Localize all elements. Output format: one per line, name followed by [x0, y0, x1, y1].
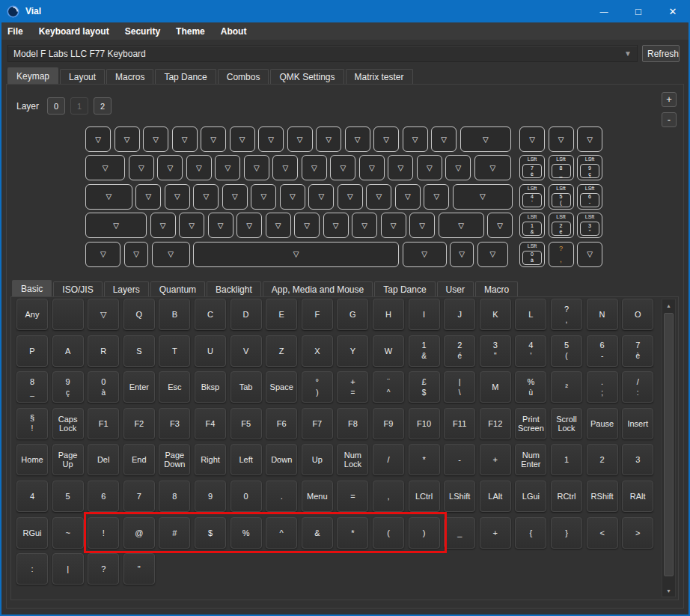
layer-button-2[interactable]: 2 — [94, 97, 112, 115]
zoom-out-button[interactable]: - — [662, 112, 677, 127]
picker-tab-user[interactable]: User — [437, 281, 474, 297]
menu-item-about[interactable]: About — [221, 26, 247, 37]
close-button[interactable]: ✕ — [656, 0, 690, 22]
menu-item-security[interactable]: Security — [125, 26, 160, 37]
window-controls: —□✕ — [587, 0, 690, 22]
scrollbar-up-button[interactable]: ▲ — [662, 299, 675, 311]
layer-button-1: 1 — [70, 97, 88, 115]
window-title: Vial — [25, 6, 41, 16]
tab-combos[interactable]: Combos — [218, 69, 269, 85]
title-bar: Vial —□✕ — [0, 0, 690, 22]
tab-layout[interactable]: Layout — [60, 69, 105, 85]
vial-logo-icon — [7, 5, 19, 18]
highlight-rectangle — [84, 512, 446, 553]
menu-item-theme[interactable]: Theme — [176, 26, 205, 37]
picker-tab-macro[interactable]: Macro — [475, 281, 518, 297]
window-border-left — [0, 22, 1, 616]
picker-tab-quantum[interactable]: Quantum — [150, 281, 205, 297]
maximize-button[interactable]: □ — [621, 0, 656, 22]
keycode-picker-pane — [10, 296, 679, 600]
picker-tab-basic[interactable]: Basic — [12, 280, 52, 297]
menu-item-keyboard-layout[interactable]: Keyboard layout — [39, 26, 109, 37]
app-window: Vial —□✕ FileKeyboard layoutSecurityThem… — [0, 0, 690, 616]
picker-tab-layers[interactable]: Layers — [104, 281, 149, 297]
device-dropdown-value: Model F Labs LLC F77 Keyboard — [13, 49, 146, 59]
tab-qmk-settings[interactable]: QMK Settings — [270, 69, 344, 85]
scrollbar-down-button[interactable]: ▼ — [662, 585, 675, 597]
menu-item-file[interactable]: File — [7, 26, 23, 37]
tab-macros[interactable]: Macros — [106, 69, 153, 85]
picker-tab-backlight[interactable]: Backlight — [207, 281, 261, 297]
tab-tap-dance[interactable]: Tap Dance — [155, 69, 216, 85]
device-dropdown[interactable]: Model F Labs LLC F77 Keyboard ▼ — [7, 45, 638, 62]
layer-selector: Layer 012 — [16, 97, 112, 115]
main-tab-bar: KeymapLayoutMacrosTap DanceCombosQMK Set… — [7, 67, 415, 85]
picker-tab-tap-dance[interactable]: Tap Dance — [374, 281, 435, 297]
layer-button-0[interactable]: 0 — [47, 97, 65, 115]
menu-bar: FileKeyboard layoutSecurityThemeAbout — [0, 22, 690, 40]
scrollbar-thumb[interactable] — [664, 313, 674, 576]
minimize-button[interactable]: — — [587, 0, 621, 22]
keycode-category-tabs: BasicISO/JISLayersQuantumBacklightApp, M… — [12, 280, 519, 297]
tab-keymap[interactable]: Keymap — [7, 67, 58, 85]
scrollbar[interactable]: ▲ ▼ — [662, 299, 676, 597]
refresh-button[interactable]: Refresh — [642, 45, 680, 62]
picker-tab-iso-jis[interactable]: ISO/JIS — [53, 281, 102, 297]
zoom-in-button[interactable]: + — [662, 92, 677, 107]
layer-label: Layer — [16, 101, 39, 112]
picker-tab-app-media-and-mouse[interactable]: App, Media and Mouse — [263, 281, 373, 297]
layer-buttons: 012 — [47, 97, 112, 115]
chevron-down-icon: ▼ — [624, 49, 632, 58]
tab-matrix-tester[interactable]: Matrix tester — [346, 69, 413, 85]
